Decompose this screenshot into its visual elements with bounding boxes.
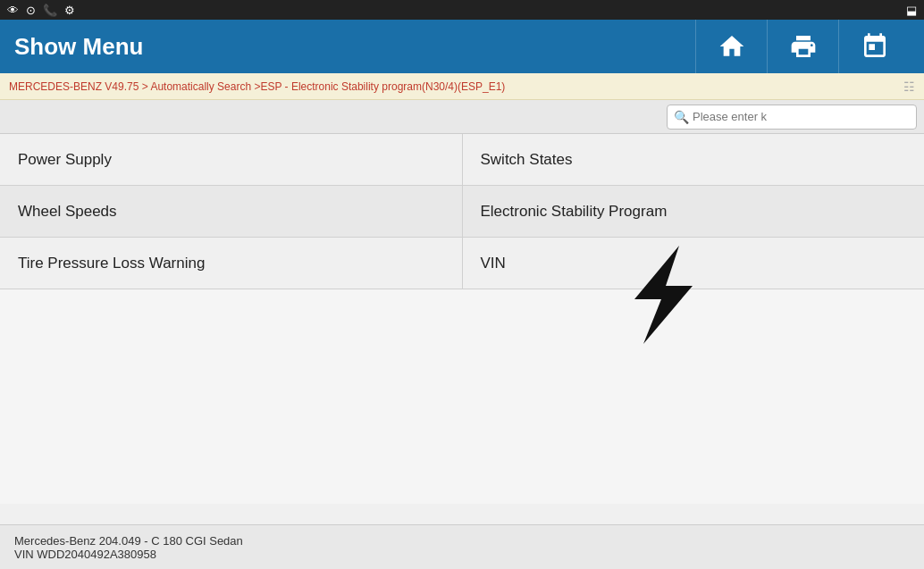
search-icon: 🔍 — [674, 110, 689, 124]
cell-tire-pressure[interactable]: Tire Pressure Loss Warning — [0, 238, 463, 289]
cell-switch-states[interactable]: Switch States — [463, 134, 925, 185]
status-bar: 👁 ⊙ 📞 ⚙ ⬓ — [0, 0, 924, 20]
menu-table: Power Supply Switch States Wheel Speeds … — [0, 134, 924, 289]
breadcrumb: MERCEDES-BENZ V49.75 > Automatically Sea… — [0, 73, 924, 100]
cell-power-supply[interactable]: Power Supply — [0, 134, 463, 185]
footer-vehicle-model: Mercedes-Benz 204.049 - C 180 CGI Sedan — [14, 534, 910, 548]
print-button[interactable] — [767, 20, 838, 73]
calendar-icon — [861, 32, 889, 61]
search-wrapper: 🔍 — [667, 105, 917, 130]
breadcrumb-text: MERCEDES-BENZ V49.75 > Automatically Sea… — [9, 80, 505, 93]
empty-area — [0, 289, 924, 504]
table-row[interactable]: Tire Pressure Loss Warning VIN — [0, 238, 924, 289]
eye-icon: 👁 — [7, 4, 19, 17]
status-icons-right: ⬓ — [906, 4, 917, 17]
phone-icon: 📞 — [43, 4, 57, 17]
table-row[interactable]: Power Supply Switch States — [0, 134, 924, 186]
page-title: Show Menu — [14, 33, 143, 61]
print-icon — [789, 32, 818, 61]
search-input[interactable] — [667, 105, 917, 130]
bluetooth-icon: ⬓ — [906, 4, 917, 17]
cell-vin[interactable]: VIN — [463, 238, 925, 289]
breadcrumb-icon: ☷ — [903, 79, 915, 94]
search-bar: 🔍 — [0, 100, 924, 134]
settings-icon: ⚙ — [64, 4, 75, 17]
home-icon — [718, 32, 746, 61]
footer-vin: VIN WDD2040492A380958 — [14, 548, 910, 561]
footer: Mercedes-Benz 204.049 - C 180 CGI Sedan … — [0, 524, 924, 569]
table-row[interactable]: Wheel Speeds Electronic Stability Progra… — [0, 186, 924, 238]
extra-button[interactable] — [838, 20, 910, 73]
cell-electronic-stability[interactable]: Electronic Stability Program — [463, 186, 925, 237]
home-button[interactable] — [695, 20, 767, 73]
header-buttons — [695, 20, 910, 73]
status-icons-left: 👁 ⊙ 📞 ⚙ — [7, 4, 75, 17]
header: Show Menu — [0, 20, 924, 73]
cell-wheel-speeds[interactable]: Wheel Speeds — [0, 186, 463, 237]
circle-icon: ⊙ — [26, 4, 36, 17]
